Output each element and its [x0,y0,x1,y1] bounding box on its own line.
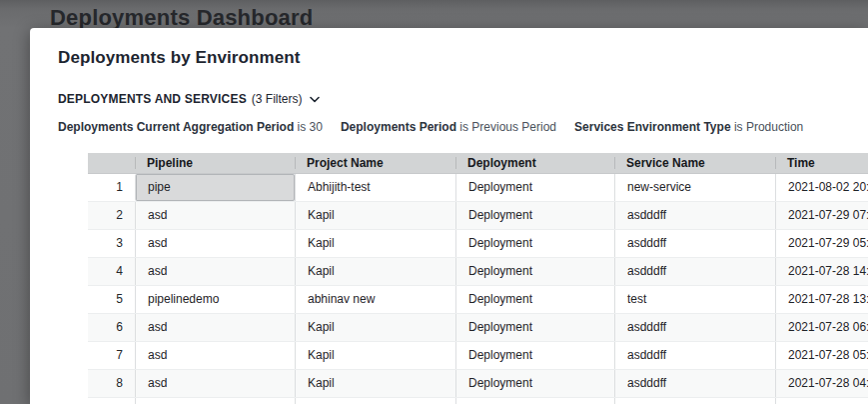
cell-pipeline[interactable]: pipelinedemo [135,286,295,313]
cell-service-name[interactable]: asdddff [614,314,775,341]
header-service-name[interactable]: Service Name [614,153,775,173]
table-body: 1pipeAbhijith-testDeploymentnew-service2… [88,174,868,404]
filter-condition: is Previous Period [459,120,556,134]
header-project-name[interactable]: Project Name [295,153,455,173]
cell-project-name[interactable]: Kapil [295,258,455,285]
cell-service-name[interactable]: asdddff [614,230,775,257]
cell-project-name[interactable]: Kapil [295,342,455,369]
table-row: 6asdKapilDeploymentasdddff2021-07-28 06:… [88,314,868,342]
table-row: 8asdKapilDeploymentasdddff2021-07-28 04:… [88,370,868,398]
cell-deployment[interactable]: Deployment [455,202,614,229]
cell-pipeline[interactable]: pipe [135,174,295,201]
cell-pipeline[interactable]: asd [135,398,295,404]
filter-name: Deployments Current Aggregation Period [58,120,294,134]
table-row: 9asdKapilDeploymentasdddff2021-07-28 04:… [88,398,868,404]
cell-service-name[interactable]: asdddff [614,202,775,229]
cell-deployment[interactable]: Deployment [455,230,614,257]
cell-pipeline[interactable]: asd [135,230,295,257]
deployments-table: Pipeline Project Name Deployment Service… [88,153,868,404]
table-row: 7asdKapilDeploymentasdddff2021-07-28 05:… [88,342,868,370]
row-number: 7 [88,342,135,369]
filter-count-label: (3 Filters) [252,92,303,106]
cell-pipeline[interactable]: asd [135,370,295,397]
cell-project-name[interactable]: Kapil [295,202,455,229]
cell-deployment[interactable]: Deployment [455,286,614,313]
row-number: 5 [88,286,135,313]
filter-group-label: DEPLOYMENTS AND SERVICES [58,92,247,106]
cell-project-name[interactable]: Kapil [295,398,455,404]
header-deployment[interactable]: Deployment [455,153,614,173]
header-pipeline[interactable]: Pipeline [135,153,295,173]
cell-deployment[interactable]: Deployment [455,398,614,404]
row-number: 4 [88,258,135,285]
chevron-down-icon [310,92,320,106]
cell-deployment[interactable]: Deployment [455,370,614,397]
cell-time[interactable]: 2021-07-28 13:10:46 [775,286,868,313]
row-number: 2 [88,202,135,229]
cell-deployment[interactable]: Deployment [455,342,614,369]
cell-deployment[interactable]: Deployment [455,314,614,341]
cell-service-name[interactable]: new-service [614,174,775,201]
table-row: 1pipeAbhijith-testDeploymentnew-service2… [88,174,868,202]
row-number: 1 [88,174,135,201]
active-filters-row: Deployments Current Aggregation Period i… [58,120,868,134]
cell-deployment[interactable]: Deployment [455,174,614,201]
cell-project-name[interactable]: Kapil [295,314,455,341]
row-number: 6 [88,314,135,341]
cell-pipeline[interactable]: asd [135,258,295,285]
filter-group-toggle[interactable]: DEPLOYMENTS AND SERVICES (3 Filters) [58,92,320,106]
cell-pipeline[interactable]: asd [135,314,295,341]
cell-pipeline[interactable]: asd [135,202,295,229]
cell-time[interactable]: 2021-07-29 07:27:44 [775,202,868,229]
cell-project-name[interactable]: abhinav new [295,286,455,313]
filter-chip: Services Environment Type is Production [574,120,803,134]
cell-service-name[interactable]: asdddff [614,398,775,404]
header-row-number [88,153,135,173]
filter-chip: Deployments Current Aggregation Period i… [58,120,323,134]
row-number: 8 [88,370,135,397]
table-row: 4asdKapilDeploymentasdddff2021-07-28 14:… [88,258,868,286]
cell-time[interactable]: 2021-07-28 06:24:00 [775,314,868,341]
cell-time[interactable]: 2021-07-28 05:51:28 [775,342,868,369]
cell-service-name[interactable]: asdddff [614,342,775,369]
cell-time[interactable]: 2021-07-29 05:51:45 [775,230,868,257]
table-row: 3asdKapilDeploymentasdddff2021-07-29 05:… [88,230,868,258]
filter-condition: is 30 [298,120,323,134]
cell-service-name[interactable]: test [614,286,775,313]
table-header-row: Pipeline Project Name Deployment Service… [88,153,868,174]
cell-pipeline[interactable]: asd [135,342,295,369]
cell-project-name[interactable]: Abhijith-test [295,174,455,201]
filter-name: Deployments Period [341,120,456,134]
cell-time[interactable]: 2021-08-02 20:41:18 [775,174,868,201]
cell-time[interactable]: 2021-07-28 14:51:23 [775,258,868,285]
header-time[interactable]: Time [775,153,868,173]
row-number: 3 [88,230,135,257]
cell-project-name[interactable]: Kapil [295,230,455,257]
table-row: 2asdKapilDeploymentasdddff2021-07-29 07:… [88,202,868,230]
filter-condition: is Production [734,120,803,134]
table-row: 5pipelinedemoabhinav newDeploymenttest20… [88,286,868,314]
cell-time[interactable]: 2021-07-28 04:34:45 [775,370,868,397]
row-number: 9 [88,398,135,404]
deployments-by-environment-panel: Deployments by Environment DEPLOYMENTS A… [30,28,868,404]
filter-chip: Deployments Period is Previous Period [341,120,556,134]
cell-service-name[interactable]: asdddff [614,258,775,285]
panel-title: Deployments by Environment [58,48,868,68]
cell-time[interactable]: 2021-07-28 04:13:10 [775,398,868,404]
filter-name: Services Environment Type [574,120,731,134]
cell-service-name[interactable]: asdddff [614,370,775,397]
cell-deployment[interactable]: Deployment [455,258,614,285]
cell-project-name[interactable]: Kapil [295,370,455,397]
